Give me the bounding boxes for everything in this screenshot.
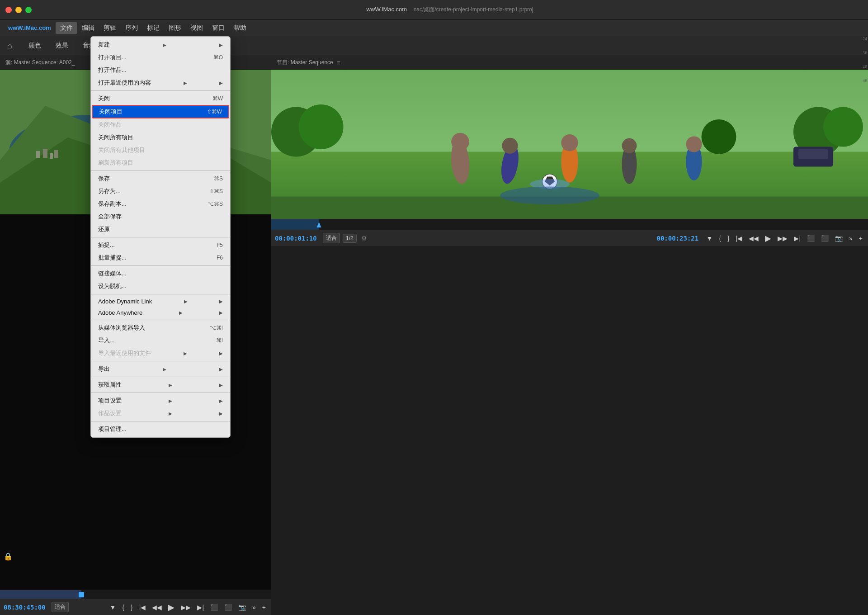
shortcut-close: ⌘W: [212, 95, 223, 102]
program-mark-out[interactable]: {: [717, 234, 723, 243]
menu-item-close-all-projects[interactable]: 关闭所有项目: [91, 131, 230, 144]
program-insert[interactable]: ⬛: [805, 234, 816, 243]
menu-help[interactable]: 帮助: [229, 22, 251, 34]
menu-item-import-from-browser[interactable]: 从媒体浏览器导入 ⌥⌘I: [91, 322, 230, 334]
menu-item-batch-capture[interactable]: 批量捕捉... F6: [91, 251, 230, 264]
menu-item-refresh-all: 刷新所有项目: [91, 156, 230, 169]
source-step-back[interactable]: |◀: [137, 603, 148, 612]
menu-sequence[interactable]: 序列: [121, 22, 142, 34]
fullscreen-button[interactable]: [25, 7, 32, 13]
menu-item-import[interactable]: 导入... ⌘I: [91, 334, 230, 347]
menu-item-open-recent[interactable]: 打开最近使用的内容 ▶: [91, 76, 230, 89]
menu-edit[interactable]: 编辑: [77, 22, 99, 34]
menu-item-project-settings[interactable]: 项目设置 ▶: [91, 394, 230, 407]
source-overwrite[interactable]: ⬛: [222, 603, 234, 612]
submenu-arrow-project-settings: ▶: [169, 398, 172, 403]
program-panel: 节目: Master Sequence ≡: [271, 56, 868, 615]
menu-item-new[interactable]: 新建 ▶: [91, 38, 230, 51]
menu-item-open-project[interactable]: 打开项目... ⌘O: [91, 51, 230, 64]
shortcut-open-project: ⌘O: [213, 54, 223, 61]
program-scrubber[interactable]: [271, 219, 868, 230]
source-jog-fwd[interactable]: ▶▶: [179, 603, 193, 612]
shortcut-capture: F5: [217, 242, 223, 248]
menu-item-revert[interactable]: 还原: [91, 223, 230, 236]
source-jog-back[interactable]: ◀◀: [150, 603, 164, 612]
menu-item-link-media[interactable]: 链接媒体...: [91, 267, 230, 280]
program-settings-icon[interactable]: ⚙: [359, 234, 369, 243]
tab-color[interactable]: 颜色: [21, 38, 48, 54]
submenu-arrow-production-settings: ▶: [169, 411, 172, 416]
shortcut-save-as: ⇧⌘S: [209, 188, 223, 194]
program-play[interactable]: ▶: [763, 232, 773, 244]
program-overwrite[interactable]: ⬛: [819, 234, 830, 243]
menu-item-close-other-projects: 关闭所有其他项目: [91, 144, 230, 156]
close-button[interactable]: [5, 7, 12, 13]
source-add-button[interactable]: +: [260, 603, 268, 612]
submenu-arrow-dynamic-link: ▶: [184, 299, 188, 304]
source-scrubber[interactable]: [0, 590, 271, 599]
source-export-frame[interactable]: 📷: [236, 603, 248, 612]
program-add-button[interactable]: +: [857, 234, 864, 243]
menu-item-make-offline[interactable]: 设为脱机...: [91, 280, 230, 293]
menu-item-save[interactable]: 保存 ⌘S: [91, 172, 230, 185]
menu-item-adobe-dynamic-link[interactable]: Adobe Dynamic Link ▶: [91, 296, 230, 307]
menu-item-open-production[interactable]: 打开作品...: [91, 64, 230, 76]
menu-item-adobe-anywhere[interactable]: Adobe Anywhere ▶: [91, 307, 230, 318]
program-jog-fwd[interactable]: ▶▶: [776, 234, 789, 243]
menu-item-capture[interactable]: 捕捉... F5: [91, 239, 230, 251]
source-insert[interactable]: ⬛: [208, 603, 220, 612]
menu-item-project-manager[interactable]: 项目管理...: [91, 423, 230, 435]
shortcut-save: ⌘S: [214, 175, 223, 182]
minimize-button[interactable]: [15, 7, 22, 13]
program-scale-dropdown[interactable]: 1/2: [343, 234, 357, 243]
program-jog-back[interactable]: ◀◀: [747, 234, 760, 243]
program-step-fwd[interactable]: ▶|: [792, 234, 802, 243]
sep-4: [91, 265, 230, 266]
lock-icon: 🔒: [4, 552, 13, 561]
program-fit-dropdown[interactable]: 适合: [323, 233, 340, 243]
program-preview: [271, 70, 868, 219]
menu-view[interactable]: 视图: [186, 22, 208, 34]
menu-item-close-production: 关闭作品: [91, 118, 230, 131]
menu-file[interactable]: 文件: [56, 22, 77, 34]
menu-item-get-properties[interactable]: 获取属性 ▶: [91, 378, 230, 391]
svg-point-20: [451, 133, 469, 151]
source-mark-in[interactable]: ▼: [108, 603, 118, 612]
menu-graphic[interactable]: 图形: [164, 22, 186, 34]
menu-app[interactable]: wwW.iMac.com: [4, 23, 56, 33]
menu-clip[interactable]: 剪辑: [99, 22, 121, 34]
menu-item-export[interactable]: 导出 ▶: [91, 363, 230, 375]
program-mark-in[interactable]: ▼: [705, 234, 715, 243]
menu-item-import-recent: 导入最近使用的文件 ▶: [91, 347, 230, 360]
tab-effects[interactable]: 效果: [48, 38, 75, 54]
menu-item-save-as[interactable]: 另存为... ⇧⌘S: [91, 185, 230, 198]
menu-item-close[interactable]: 关闭 ⌘W: [91, 92, 230, 105]
window-title: wwW.iMac.com nac/桌面/create-project-impor…: [37, 6, 863, 14]
source-step-fwd[interactable]: ▶|: [195, 603, 206, 612]
svg-point-32: [500, 187, 599, 205]
menu-bar: wwW.iMac.com 文件 编辑 剪辑 序列 标记 图形 视图 窗口 帮助: [0, 20, 868, 36]
source-fit-dropdown[interactable]: 适合: [52, 602, 69, 612]
menu-item-close-project[interactable]: 关闭项目 ⇧⌘W: [92, 105, 229, 118]
sep-3: [91, 237, 230, 237]
file-menu-dropdown: 新建 ▶ 打开项目... ⌘O 打开作品... 打开最近使用的内容 ▶ 关闭 ⌘…: [90, 36, 231, 438]
svg-point-17: [823, 107, 863, 147]
source-more-controls[interactable]: »: [250, 603, 258, 612]
program-more-controls[interactable]: »: [847, 234, 854, 243]
source-mark-out[interactable]: {: [120, 603, 126, 612]
title-bar: wwW.iMac.com nac/桌面/create-project-impor…: [0, 0, 868, 20]
sep-6: [91, 320, 230, 320]
menu-item-save-copy[interactable]: 保存副本... ⌥⌘S: [91, 198, 230, 210]
source-go-in[interactable]: }: [129, 603, 135, 612]
source-play[interactable]: ▶: [166, 601, 176, 613]
program-export-frame[interactable]: 📷: [833, 234, 844, 243]
submenu-arrow-anywhere: ▶: [179, 310, 183, 315]
sep-5: [91, 294, 230, 294]
program-go-in[interactable]: }: [726, 234, 731, 243]
home-icon[interactable]: ⌂: [7, 41, 12, 51]
menu-item-save-all[interactable]: 全部保存: [91, 210, 230, 223]
program-step-back[interactable]: |◀: [734, 234, 745, 243]
menu-window[interactable]: 窗口: [208, 22, 229, 34]
menu-marker[interactable]: 标记: [142, 22, 164, 34]
program-panel-menu-icon[interactable]: ≡: [337, 59, 340, 66]
